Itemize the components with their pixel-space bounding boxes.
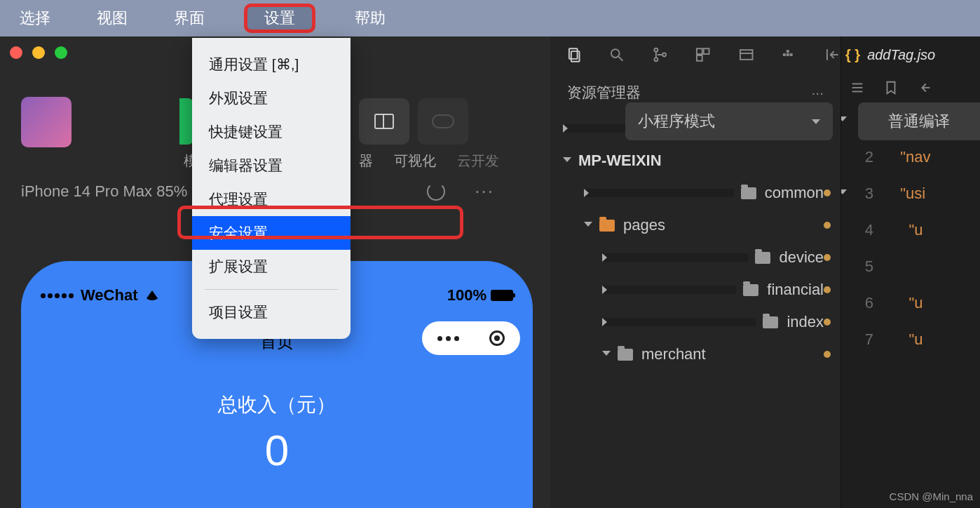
modified-dot-icon [824,189,831,196]
simulator-toggle-button[interactable] [179,98,193,145]
svg-rect-13 [787,53,789,56]
tree-label: index [787,313,824,331]
layout-button[interactable] [359,98,409,145]
svg-line-3 [619,57,623,61]
avatar[interactable] [21,97,72,147]
tree-label: merchant [641,345,706,363]
svg-rect-7 [697,48,702,54]
tree-label: pages [623,216,665,234]
menu-help[interactable]: 帮助 [348,6,393,31]
modified-dot-icon [824,254,831,261]
list-icon[interactable] [850,80,865,95]
refresh-icon[interactable] [427,182,445,201]
watermark: CSDN @Min_nna [890,490,973,502]
tab-label: addTag.jso [867,47,935,63]
dropdown-security-settings[interactable]: 安全设置 [192,216,351,250]
modified-dot-icon [824,351,831,358]
more-icon[interactable]: ··· [811,84,824,101]
dropdown-appearance-settings[interactable]: 外观设置 [192,81,351,115]
tree-item-device[interactable]: device [550,241,841,274]
editor-body[interactable]: 1234567 { "nav "usi "u "u "u [841,102,980,358]
tree-item-common[interactable]: common [550,177,841,209]
svg-point-5 [654,58,658,61]
back-icon[interactable] [917,80,932,95]
svg-rect-14 [790,53,793,56]
menu-interface[interactable]: 界面 [167,6,212,31]
docker-icon[interactable] [781,46,797,63]
folder-icon [618,349,633,361]
menu-bar: 选择 视图 界面 设置 帮助 [0,0,980,36]
editor-tabbar: { } addTag.jso [841,36,980,73]
tree-project-root[interactable]: MP-WEIXIN [550,145,841,177]
modified-dot-icon [824,222,831,229]
chevron-icon [602,318,756,326]
code-area[interactable]: { "nav "usi "u "u "u [883,102,980,358]
mode-select-label: 小程序模式 [638,111,715,132]
window-icon[interactable] [738,46,754,63]
maximize-icon[interactable] [55,46,67,59]
tree-item-pages[interactable]: pages [550,209,841,241]
device-label[interactable]: iPhone 14 Pro Max 85% [21,182,187,201]
tree-item-merchant[interactable]: merchant [550,338,841,370]
tree-label: financial [767,281,824,299]
collapse-icon[interactable] [824,46,841,63]
hidden-right-label: 器 [359,152,373,171]
search-icon[interactable] [608,46,625,63]
battery-icon [491,290,513,301]
dropdown-editor-settings[interactable]: 编辑器设置 [192,149,351,182]
dropdown-shortcut-settings[interactable]: 快捷键设置 [192,115,351,149]
dropdown-proxy-settings[interactable]: 代理设置 [192,182,351,216]
signal-icon [41,293,74,298]
dropdown-general-settings[interactable]: 通用设置 [⌘,] [192,48,351,81]
chevron-icon [602,253,748,262]
menu-view[interactable]: 视图 [90,6,135,31]
dropdown-extension-settings[interactable]: 扩展设置 [192,250,351,283]
line-gutter: 1234567 [841,102,883,358]
tree-item-financial[interactable]: financial [550,274,841,306]
modified-dot-icon [824,286,831,293]
svg-rect-0 [569,48,578,59]
bookmark-icon[interactable] [883,80,899,95]
svg-rect-9 [697,55,702,61]
visual-label: 可视化 [394,152,436,171]
minimize-icon[interactable] [32,46,45,59]
settings-dropdown: 通用设置 [⌘,] 外观设置 快捷键设置 编辑器设置 代理设置 安全设置 扩展设… [192,38,351,339]
dropdown-divider [205,289,338,290]
svg-point-2 [611,49,620,58]
editor-tab[interactable]: { } addTag.jso [845,47,935,63]
tree-label: MP-WEIXIN [578,152,662,170]
capsule-button[interactable] [422,321,520,355]
svg-rect-8 [704,48,709,54]
cloud-label: 云开发 [457,152,499,171]
svg-rect-10 [740,50,753,60]
file-tree: 打开的编辑器 MP-WEIXIN commonpagesdevicefinanc… [550,112,841,508]
mode-select[interactable]: 小程序模式 [625,102,833,140]
wifi-icon [145,290,159,300]
cloud-button[interactable] [418,98,468,145]
files-icon[interactable] [566,46,582,63]
source-control-icon[interactable] [652,46,668,63]
income-block: 总收入（元） 0 [21,392,533,475]
more-icon[interactable]: ··· [475,180,494,202]
income-value: 0 [21,425,533,475]
modified-dot-icon [824,319,831,326]
window-traffic-lights [10,46,67,59]
chevron-icon [602,286,736,294]
extensions-icon[interactable] [695,46,711,63]
menu-select[interactable]: 选择 [13,6,57,31]
chevron-icon [602,351,611,358]
close-icon[interactable] [10,46,22,59]
svg-rect-1 [571,51,580,62]
svg-point-4 [654,48,658,52]
activity-bar [550,36,841,73]
simulator-panel: 模 器 可视化 云开发 iPhone 14 Pro Max 85% ··· 通用… [0,36,550,508]
dropdown-project-settings[interactable]: 项目设置 [192,295,351,329]
tree-item-index[interactable]: index [550,306,841,338]
capsule-menu-icon [437,336,459,341]
chevron-down-icon [563,157,571,164]
cloud-icon [432,114,454,128]
income-label: 总收入（元） [21,392,533,418]
menu-settings[interactable]: 设置 [244,4,315,33]
compile-label: 普通编译 [888,111,950,132]
compile-select[interactable]: 普通编译 [858,102,980,140]
